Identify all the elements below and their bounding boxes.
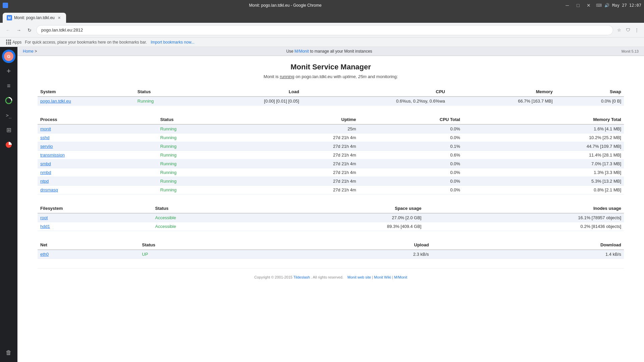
- table-row: monit Running 25m 0.0% 1.6% [4.1 MB]: [38, 124, 624, 133]
- forward-button[interactable]: →: [15, 26, 23, 34]
- process-name-link[interactable]: serviio: [40, 144, 53, 149]
- cpu-cell: 0.1%: [359, 142, 463, 151]
- table-row: sshd Running 27d 21h 4m 0.0% 10.2% [25.2…: [38, 133, 624, 142]
- tab-title: Monit: pogo.lan.tdkl.eu: [14, 15, 55, 20]
- page-content: Home > Use M/Monit to manage all your Mo…: [17, 47, 644, 362]
- col-memory-total: Memory Total: [463, 115, 624, 124]
- table-row: nmbd Running 27d 21h 4m 0.0% 1.3% [3.3 M…: [38, 168, 624, 177]
- fs-name-link[interactable]: hdd1: [40, 224, 50, 229]
- col-status: Status: [153, 204, 261, 213]
- home-link[interactable]: Home: [23, 49, 34, 54]
- sidebar-item-menu[interactable]: ≡: [2, 79, 15, 93]
- bookmark-icon[interactable]: ☆: [616, 27, 623, 34]
- sidebar-item-pie[interactable]: [2, 138, 15, 152]
- upload-cell: 2.3 kB/s: [276, 250, 431, 259]
- status-cell: Accessible: [153, 222, 261, 231]
- footer: Copyright © 2001-2015 Tildeslash . All r…: [38, 268, 624, 283]
- cpu-cell: 0.6%: [359, 151, 463, 160]
- tab-close-button[interactable]: ✕: [57, 15, 62, 20]
- col-process: Process: [38, 115, 158, 124]
- memory-cell: 1.3% [3.3 MB]: [463, 168, 624, 177]
- address-input[interactable]: [36, 25, 613, 35]
- process-name-link[interactable]: nmbd: [40, 170, 51, 175]
- process-name-link[interactable]: smbd: [40, 161, 51, 166]
- net-name-link[interactable]: eth0: [40, 252, 49, 257]
- col-memory: Memory: [448, 87, 555, 97]
- window-title: Monit: pogo.lan.tdkl.eu - Google Chrome: [11, 3, 560, 8]
- breadcrumb-center: Use M/Monit to manage all your Monit ins…: [37, 49, 621, 54]
- sidebar-trash-button[interactable]: 🗑: [2, 346, 15, 359]
- net-table: Net Status Upload Download eth0 UP 2.3 k…: [38, 240, 624, 259]
- col-download: Download: [432, 240, 624, 250]
- col-status: Status: [139, 240, 276, 250]
- memory-cell: 0.8% [2.1 MB]: [463, 186, 624, 194]
- load-cell: [0.00] [0.01] [0.05]: [193, 97, 302, 106]
- menu-button[interactable]: ⋮: [633, 27, 640, 34]
- process-name-link[interactable]: dnsmasq: [40, 187, 58, 192]
- cpu-cell: 0.0%: [359, 124, 463, 133]
- process-name-link[interactable]: transmission: [40, 153, 65, 158]
- memory-cell: 66.7% [163.7 MB]: [448, 97, 555, 106]
- sidebar-item-terminal[interactable]: >_: [2, 109, 15, 122]
- reload-button[interactable]: ↻: [25, 26, 34, 34]
- breadcrumb: Home > Use M/Monit to manage all your Mo…: [17, 47, 644, 56]
- active-tab[interactable]: M Monit: pogo.lan.tdkl.eu ✕: [3, 13, 66, 23]
- col-filesystem: Filesystem: [38, 204, 153, 213]
- table-row: smbd Running 27d 21h 4m 0.0% 7.0% [17.3 …: [38, 160, 624, 168]
- back-button[interactable]: ←: [4, 26, 12, 34]
- mmonit-footer-link[interactable]: M/Monit: [394, 275, 407, 279]
- inodes-cell: 16.1% [78957 objects]: [424, 213, 624, 222]
- col-uptime: Uptime: [245, 115, 359, 124]
- tab-favicon: M: [7, 15, 12, 20]
- close-button[interactable]: ✕: [584, 1, 593, 9]
- status-cell: Running: [158, 124, 245, 133]
- maximize-button[interactable]: □: [573, 1, 583, 9]
- status-cell: Running: [158, 160, 245, 168]
- memory-cell: 44.7% [109.7 MB]: [463, 142, 624, 151]
- tab-bar: M Monit: pogo.lan.tdkl.eu ✕: [0, 11, 644, 23]
- uptime-cell: 27d 21h 4m: [245, 142, 359, 151]
- apps-button[interactable]: Apps: [4, 39, 23, 45]
- status-cell: Running: [135, 97, 193, 106]
- minimize-button[interactable]: ─: [562, 1, 572, 9]
- status-cell: Running: [158, 186, 245, 194]
- monit-wiki-link[interactable]: Monit Wiki: [374, 275, 391, 279]
- window-controls: ─ □ ✕: [562, 1, 593, 9]
- swap-cell: 0.0% [0 B]: [555, 97, 624, 106]
- table-row: pogo.lan.tdkl.eu Running [0.00] [0.01] […: [38, 97, 624, 106]
- monit-main: Monit Service Manager Monit is running o…: [17, 56, 644, 296]
- col-inodes-usage: Inodes usage: [424, 204, 624, 213]
- col-space-usage: Space usage: [260, 204, 424, 213]
- sidebar-item-new[interactable]: +: [2, 64, 15, 78]
- shield-icon[interactable]: 🛡: [625, 27, 631, 34]
- system-name-link[interactable]: pogo.lan.tdkl.eu: [40, 99, 71, 104]
- bookmarks-message: For quick access, place your bookmarks h…: [25, 40, 147, 45]
- fs-name-link[interactable]: root: [40, 215, 48, 220]
- process-section: Process Status Uptime CPU Total Memory T…: [38, 115, 624, 194]
- monit-web-link[interactable]: Monit web site: [347, 275, 371, 279]
- col-net: Net: [38, 240, 139, 250]
- mmonit-link[interactable]: M/Monit: [294, 49, 309, 54]
- import-bookmarks-link[interactable]: Import bookmarks now...: [151, 40, 195, 45]
- sidebar-avatar[interactable]: G: [2, 50, 15, 63]
- inodes-cell: 0.2% [81436 objects]: [424, 222, 624, 231]
- memory-cell: 7.0% [17.3 MB]: [463, 160, 624, 168]
- sidebar-item-files[interactable]: ⊞: [2, 123, 15, 137]
- status-cell: Running: [158, 177, 245, 186]
- process-name-link[interactable]: monit: [40, 126, 51, 131]
- system-table: System Status Load CPU Memory Swap pogo.…: [38, 87, 624, 106]
- volume-icon: 🔊: [604, 3, 609, 8]
- memory-cell: 11.4% [28.1 MB]: [463, 151, 624, 160]
- process-name-link[interactable]: ntpd: [40, 179, 49, 184]
- window-favicon: [3, 3, 8, 8]
- system-icons: ⌨ 🔊 May 27 12:07: [596, 3, 641, 8]
- browser-body: G + ≡ >_ ⊞ 🗑 Home > Use M/Monit to manag…: [0, 47, 644, 362]
- col-swap: Swap: [555, 87, 624, 97]
- process-name-link[interactable]: sshd: [40, 135, 49, 140]
- col-status: Status: [158, 115, 245, 124]
- table-row: hdd1 Accessible 89.3% [409.4 GB] 0.2% [8…: [38, 222, 624, 231]
- col-load: Load: [193, 87, 302, 97]
- tildeslash-link[interactable]: Tildeslash: [293, 275, 310, 279]
- sidebar-item-circle[interactable]: [2, 94, 15, 107]
- table-row: dnsmasq Running 27d 21h 4m 0.0% 0.8% [2.…: [38, 186, 624, 194]
